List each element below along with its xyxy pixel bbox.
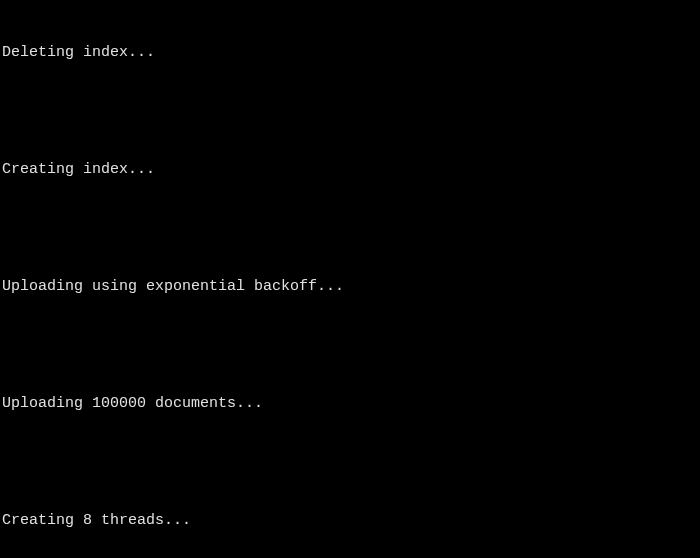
log-line: Creating index... <box>2 160 698 180</box>
log-line: Deleting index... <box>2 43 698 63</box>
terminal-output: Deleting index... Creating index... Uplo… <box>2 4 698 558</box>
log-line: Uploading using exponential backoff... <box>2 277 698 297</box>
blank-line <box>2 453 698 473</box>
blank-line <box>2 336 698 356</box>
blank-line <box>2 102 698 122</box>
blank-line <box>2 219 698 239</box>
log-line: Creating 8 threads... <box>2 511 698 531</box>
log-line: Uploading 100000 documents... <box>2 394 698 414</box>
